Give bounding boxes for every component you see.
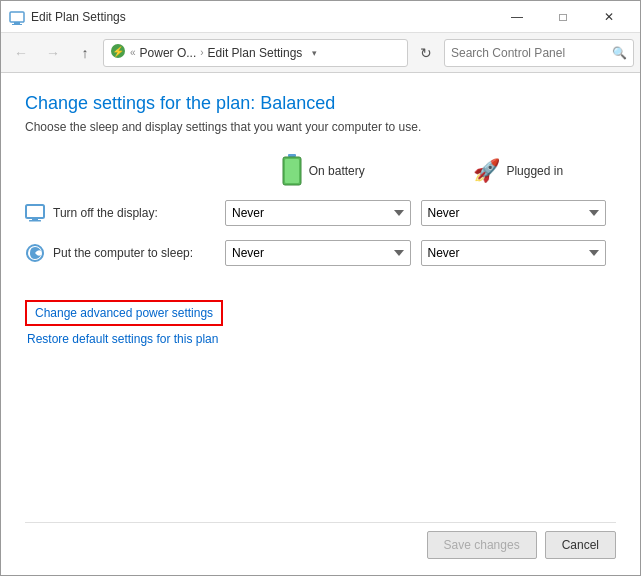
- window-controls: — □ ✕: [494, 1, 632, 33]
- sleep-setting-row: Put the computer to sleep: Never 1 minut…: [25, 240, 616, 266]
- window-title: Edit Plan Settings: [31, 10, 494, 24]
- search-icon: 🔍: [612, 46, 627, 60]
- breadcrumb-separator: ›: [200, 47, 203, 58]
- svg-rect-1: [14, 22, 20, 24]
- window-icon: [9, 9, 25, 25]
- search-input[interactable]: [451, 46, 612, 60]
- settings-header: On battery 🚀 Plugged in: [25, 154, 616, 188]
- links-section: Change advanced power settings Restore d…: [25, 300, 616, 346]
- minimize-button[interactable]: —: [494, 1, 540, 33]
- address-bar: ← → ↑ ⚡ « Power O... › Edit Plan Setting…: [1, 33, 640, 73]
- display-battery-select[interactable]: Never 1 minute 5 minutes 10 minutes 15 m…: [225, 200, 411, 226]
- breadcrumb: ⚡ « Power O... › Edit Plan Settings ▾: [103, 39, 408, 67]
- content-area: Change settings for the plan: Balanced C…: [1, 73, 640, 575]
- sleep-plugged-select[interactable]: Never 1 minute 5 minutes 10 minutes 15 m…: [421, 240, 607, 266]
- breadcrumb-current: Edit Plan Settings: [208, 46, 303, 60]
- page-heading: Change settings for the plan: Balanced: [25, 93, 616, 114]
- back-button[interactable]: ←: [7, 39, 35, 67]
- forward-button[interactable]: →: [39, 39, 67, 67]
- display-plugged-select[interactable]: Never 1 minute 5 minutes 10 minutes 15 m…: [421, 200, 607, 226]
- title-bar: Edit Plan Settings — □ ✕: [1, 1, 640, 33]
- breadcrumb-parent: Power O...: [140, 46, 197, 60]
- sleep-label: Put the computer to sleep:: [25, 243, 225, 263]
- maximize-button[interactable]: □: [540, 1, 586, 33]
- battery-icon: [281, 154, 303, 188]
- battery-column-header: On battery: [225, 154, 421, 188]
- save-button[interactable]: Save changes: [427, 531, 537, 559]
- search-box: 🔍: [444, 39, 634, 67]
- window: Edit Plan Settings — □ ✕ ← → ↑ ⚡ « Power…: [0, 0, 641, 576]
- advanced-power-settings-link[interactable]: Change advanced power settings: [25, 300, 223, 326]
- svg-rect-9: [32, 218, 38, 220]
- plugged-icon: 🚀: [473, 158, 500, 184]
- close-button[interactable]: ✕: [586, 1, 632, 33]
- page-subheading: Choose the sleep and display settings th…: [25, 120, 616, 134]
- svg-rect-2: [12, 24, 22, 25]
- breadcrumb-icon: ⚡: [110, 43, 126, 62]
- display-icon: [25, 203, 45, 223]
- breadcrumb-dropdown-button[interactable]: ▾: [306, 39, 322, 67]
- sleep-battery-select[interactable]: Never 1 minute 5 minutes 10 minutes 15 m…: [225, 240, 411, 266]
- settings-table: On battery 🚀 Plugged in: [25, 154, 616, 280]
- plugged-column-header: 🚀 Plugged in: [421, 158, 617, 184]
- svg-rect-0: [10, 12, 24, 22]
- cancel-button[interactable]: Cancel: [545, 531, 616, 559]
- svg-text:⚡: ⚡: [112, 45, 125, 58]
- svg-rect-8: [26, 205, 44, 218]
- up-button[interactable]: ↑: [71, 39, 99, 67]
- restore-defaults-link[interactable]: Restore default settings for this plan: [27, 332, 616, 346]
- svg-rect-10: [29, 220, 41, 222]
- refresh-button[interactable]: ↻: [412, 39, 440, 67]
- display-label: Turn off the display:: [25, 203, 225, 223]
- sleep-icon: [25, 243, 45, 263]
- button-bar: Save changes Cancel: [25, 522, 616, 559]
- display-setting-row: Turn off the display: Never 1 minute 5 m…: [25, 200, 616, 226]
- svg-rect-7: [285, 159, 299, 183]
